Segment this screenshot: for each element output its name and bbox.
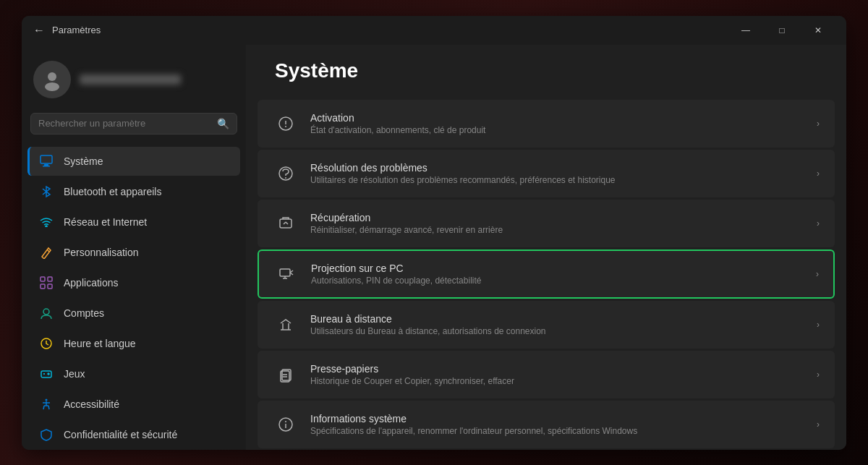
reseau-label: Réseau et Internet <box>64 216 147 228</box>
nav-item-accessibilite[interactable]: Accessibilité <box>27 390 240 419</box>
search-icon: 🔍 <box>217 118 229 129</box>
svg-point-25 <box>285 126 286 127</box>
presse-title: Presse-papiers <box>310 363 805 375</box>
recuperation-desc: Réinitialiser, démarrage avancé, revenir… <box>310 225 805 235</box>
svg-rect-9 <box>41 284 45 289</box>
svg-rect-31 <box>280 269 290 276</box>
projection-text: Projection sur ce PC Autorisations, PIN … <box>299 263 816 286</box>
applis-label: Applications <box>64 277 119 289</box>
presse-desc: Historique de Couper et Copier, synchron… <box>310 376 805 386</box>
settings-window: ← Paramètres — □ ✕ 🔍 <box>22 16 846 450</box>
settings-item-infos[interactable]: Informations système Spécifications de l… <box>258 401 835 448</box>
presse-chevron: › <box>817 370 820 380</box>
svg-rect-10 <box>48 284 52 289</box>
resolution-text: Résolution des problèmes Utilitaires de … <box>299 162 817 185</box>
svg-line-30 <box>286 222 288 224</box>
resolution-icon <box>273 161 299 187</box>
infos-title: Informations système <box>310 413 805 425</box>
svg-rect-13 <box>41 371 51 377</box>
svg-point-5 <box>46 226 47 227</box>
nav-item-reseau[interactable]: Réseau et Internet <box>27 208 240 236</box>
activation-text: Activation État d'activation, abonnement… <box>299 112 817 135</box>
nav-item-bluetooth[interactable]: Bluetooth et appareils <box>27 177 240 206</box>
bureau-text: Bureau à distance Utilisateurs du Bureau… <box>299 313 817 336</box>
titlebar: ← Paramètres — □ ✕ <box>22 16 846 45</box>
settings-list: Activation État d'activation, abonnement… <box>246 100 846 448</box>
svg-rect-4 <box>43 166 50 167</box>
svg-point-27 <box>285 177 286 179</box>
svg-point-17 <box>46 398 48 401</box>
sidebar: 🔍 Système Bluetooth et appareils Rés <box>22 45 246 450</box>
page-title: Système <box>246 59 846 100</box>
presse-text: Presse-papiers Historique de Couper et C… <box>299 363 817 386</box>
resolution-chevron: › <box>817 168 820 179</box>
projection-desc: Autorisations, PIN de couplage, détectab… <box>311 276 804 286</box>
projection-icon <box>273 261 299 287</box>
settings-item-recuperation[interactable]: Récupération Réinitialiser, démarrage av… <box>258 200 835 247</box>
svg-line-6 <box>47 249 49 252</box>
svg-point-16 <box>48 373 49 375</box>
jeux-icon <box>39 367 54 381</box>
bluetooth-label: Bluetooth et appareils <box>64 186 161 197</box>
systeme-icon <box>39 154 54 168</box>
settings-item-activation[interactable]: Activation État d'activation, abonnement… <box>258 100 835 148</box>
main-content: Système Activation État d'activation, ab… <box>246 45 846 450</box>
bureau-title: Bureau à distance <box>310 313 805 325</box>
svg-point-11 <box>43 309 49 315</box>
maximize-button[interactable]: □ <box>765 20 799 41</box>
bureau-desc: Utilisateurs du Bureau à distance, autor… <box>310 326 805 336</box>
nav-item-jeux[interactable]: Jeux <box>27 359 240 388</box>
avatar <box>33 61 71 98</box>
user-section <box>22 54 246 113</box>
back-button[interactable]: ← <box>33 24 45 37</box>
svg-point-1 <box>45 82 59 91</box>
jeux-label: Jeux <box>64 368 85 380</box>
nav-item-comptes[interactable]: Comptes <box>27 299 240 328</box>
nav-item-applis[interactable]: Applications <box>27 268 240 297</box>
presse-icon <box>273 362 299 388</box>
svg-rect-8 <box>48 277 52 281</box>
svg-point-0 <box>48 72 56 81</box>
nav-item-heure[interactable]: Heure et langue <box>27 329 240 358</box>
projection-title: Projection sur ce PC <box>311 263 804 274</box>
reseau-icon <box>39 215 54 229</box>
minimize-button[interactable]: — <box>729 20 762 41</box>
activation-chevron: › <box>817 119 820 129</box>
applis-icon <box>39 276 54 290</box>
svg-point-45 <box>285 421 286 422</box>
window-title: Paramètres <box>52 25 729 35</box>
svg-rect-28 <box>280 219 292 228</box>
nav-item-perso[interactable]: Personnalisation <box>27 238 240 267</box>
infos-desc: Spécifications de l'appareil, renommer l… <box>310 426 805 436</box>
infos-chevron: › <box>817 419 820 430</box>
projection-chevron: › <box>816 269 819 279</box>
svg-line-22 <box>43 406 44 409</box>
nav-item-confidentialite[interactable]: Confidentialité et sécurité <box>27 420 240 449</box>
settings-item-projection[interactable]: Projection sur ce PC Autorisations, PIN … <box>258 249 835 299</box>
comptes-label: Comptes <box>64 307 104 319</box>
accessibilite-label: Accessibilité <box>64 398 119 410</box>
accessibilite-icon <box>39 397 54 411</box>
window-controls: — □ ✕ <box>729 20 835 41</box>
activation-desc: État d'activation, abonnements, clé de p… <box>310 125 805 135</box>
search-input[interactable] <box>38 118 211 129</box>
nav-item-systeme[interactable]: Système <box>27 147 240 176</box>
recuperation-text: Récupération Réinitialiser, démarrage av… <box>299 212 817 235</box>
avatar-icon <box>41 68 64 91</box>
close-button[interactable]: ✕ <box>801 20 835 41</box>
settings-item-presse[interactable]: Presse-papiers Historique de Couper et C… <box>258 351 835 398</box>
heure-label: Heure et langue <box>64 338 136 349</box>
svg-rect-3 <box>44 164 48 166</box>
search-box[interactable]: 🔍 <box>30 113 237 135</box>
bluetooth-icon <box>39 184 54 199</box>
settings-item-bureau[interactable]: Bureau à distance Utilisateurs du Bureau… <box>258 301 835 349</box>
perso-label: Personnalisation <box>64 247 139 258</box>
systeme-label: Système <box>64 155 103 167</box>
svg-rect-2 <box>41 155 52 163</box>
username <box>80 74 181 85</box>
confidentialite-label: Confidentialité et sécurité <box>64 429 177 440</box>
settings-item-resolution[interactable]: Résolution des problèmes Utilitaires de … <box>258 150 835 197</box>
confidentialite-icon <box>39 427 54 442</box>
resolution-title: Résolution des problèmes <box>310 162 805 174</box>
bureau-icon <box>273 312 299 338</box>
